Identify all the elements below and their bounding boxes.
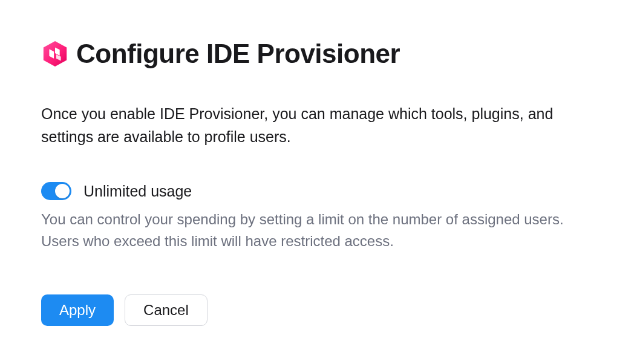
unlimited-usage-label: Unlimited usage: [83, 183, 192, 200]
dialog-title: Configure IDE Provisioner: [76, 39, 400, 69]
apply-button[interactable]: Apply: [41, 294, 114, 326]
dialog-footer: Apply Cancel: [41, 294, 593, 326]
configure-ide-provisioner-dialog: Configure IDE Provisioner Once you enabl…: [0, 0, 634, 364]
unlimited-usage-toggle[interactable]: [41, 182, 71, 200]
unlimited-usage-help: You can control your spending by setting…: [41, 209, 593, 252]
toggle-knob: [55, 184, 70, 198]
toolbox-icon: [41, 40, 69, 68]
dialog-header: Configure IDE Provisioner: [41, 39, 593, 69]
cancel-button[interactable]: Cancel: [125, 294, 208, 326]
unlimited-usage-row: Unlimited usage: [41, 182, 593, 200]
dialog-description: Once you enable IDE Provisioner, you can…: [41, 103, 593, 148]
